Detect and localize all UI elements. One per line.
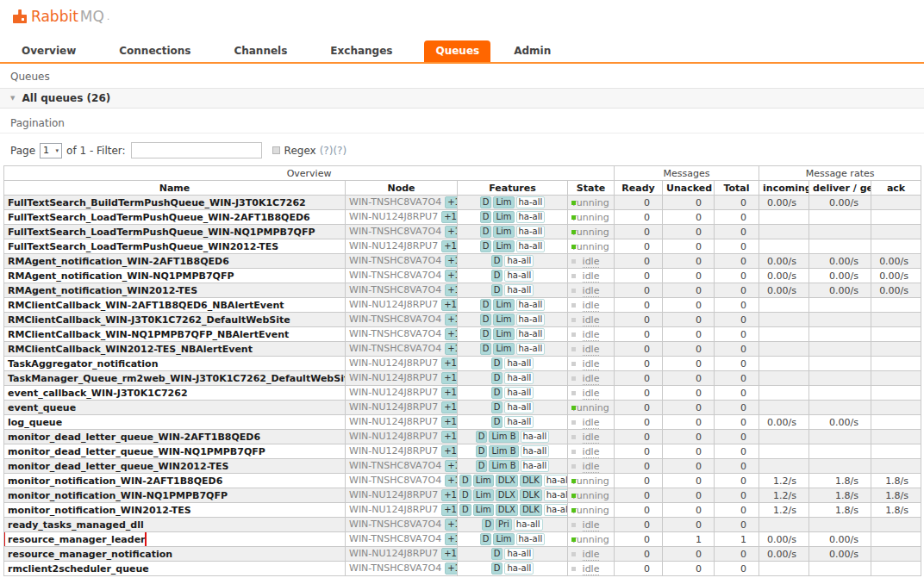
policy-badge: ha-all [504,357,534,370]
column-header-state[interactable]: State [568,181,615,196]
queue-name: RMClientCallback_WIN-2AFT1B8QED6_NBAlert… [8,300,284,311]
tab-queues[interactable]: Queues [424,40,490,62]
queue-name-cell[interactable]: TaskAggregator_notification [4,357,346,371]
policy-badge: ha-all [504,401,534,413]
queue-name-cell[interactable]: RMAgent_notification_WIN2012-TES [4,283,346,298]
queue-name-cell[interactable]: TaskManager_Queue_rm2web_WIN-J3T0K1C7262… [4,371,346,386]
queue-name-cell[interactable]: monitor_notification_WIN2012-TES [4,503,346,518]
queue-name-cell[interactable]: RMAgent_notification_WIN-2AFT1B8QED6 [4,254,346,269]
column-header-name[interactable]: Name [4,181,346,196]
incoming-value: 1.2/s [759,474,809,488]
queue-name: event_queue [8,402,76,413]
queue-name: RMClientCallback_WIN-J3T0K1C7262_Default… [8,314,290,326]
queue-name-cell[interactable]: RMClientCallback_WIN-J3T0K1C7262_Default… [4,313,346,327]
queue-name-cell[interactable]: resource_manager_leader [4,532,346,547]
ready-value: 0 [615,342,663,357]
state-text: idle [583,256,600,268]
tab-channels[interactable]: Channels [222,40,298,62]
state-text: running [572,475,609,487]
queue-name: resource_manager_notification [8,549,172,560]
queue-name-cell[interactable]: FullTextSearch_LoadTermPushQueue_WIN-NQ1… [4,225,346,239]
regex-checkbox[interactable] [272,146,280,154]
deliver-get-value [809,459,871,474]
column-header-ready[interactable]: Ready [615,181,663,196]
queue-name-cell[interactable]: ready_tasks_managed_dll [4,518,346,532]
deliver-get-value [809,562,871,576]
queue-name-cell[interactable]: event_callback_WIN-J3T0K1C7262 [4,386,346,401]
ready-value: 0 [615,283,663,298]
of-filter-label: of 1 - Filter: [66,145,126,157]
state-cell: idle [568,386,615,401]
queue-name-cell[interactable]: FullTextSearch_LoadTermPushQueue_WIN2012… [4,239,346,254]
queue-name-cell[interactable]: monitor_dead_letter_queue_WIN-NQ1PMPB7QF… [4,444,346,459]
queue-name-cell[interactable]: monitor_dead_letter_queue_WIN2012-TES [4,459,346,474]
tab-overview[interactable]: Overview [10,40,87,62]
ready-value: 0 [615,474,663,488]
column-header-total[interactable]: Total [715,181,759,196]
rabbitmq-logo[interactable]: RabbitMQ. [12,8,924,25]
unacked-value: 0 [663,444,715,459]
node-name: WIN-NU124J8RPU7 [349,401,438,413]
queue-name-cell[interactable]: FullTextSearch_LoadTermPushQueue_WIN-2AF… [4,210,346,225]
column-header-deliver-get[interactable]: deliver / get [809,181,871,196]
tab-connections[interactable]: Connections [108,40,202,62]
queue-name-cell[interactable]: RMAgent_notification_WIN-NQ1PMPB7QFP [4,269,346,283]
state-cell: running [568,532,615,547]
queue-name-cell[interactable]: resource_manager_notification [4,547,346,562]
column-header-features[interactable]: Features [458,181,568,196]
incoming-value: 0.00/s [759,269,809,283]
total-value: 0 [715,239,759,254]
ready-value: 0 [615,503,663,518]
page-select[interactable]: 1 ▾ [40,143,62,158]
regex-label: Regex [284,145,316,157]
all-queues-section-header[interactable]: ▼ All queues (26) [0,88,924,109]
tab-admin[interactable]: Admin [503,40,562,62]
total-value: 0 [715,430,759,444]
state-cell: idle [568,342,615,357]
running-status-icon [571,508,576,513]
node-extra-badge: +1 [445,460,457,472]
incoming-value [759,518,809,532]
queue-name: event_callback_WIN-J3T0K1C7262 [8,388,188,399]
ack-value [871,386,921,401]
queue-name-cell[interactable]: monitor_notification_WIN-2AFT1B8QED6 [4,474,346,488]
node-extra-badge: +1 [441,445,457,457]
tab-exchanges[interactable]: Exchanges [319,40,403,62]
deliver-get-value: 1.8/s [809,503,871,518]
column-header-unacked[interactable]: Unacked [663,181,715,196]
queue-name-cell[interactable]: RMClientCallback_WIN-2AFT1B8QED6_NBAlert… [4,298,346,313]
ack-value [871,401,921,415]
state-cell: idle [568,254,615,269]
state-cell: idle [568,298,615,313]
state-text: idle [583,358,600,370]
column-header-node[interactable]: Node [346,181,458,196]
state-text: idle [583,461,600,473]
column-header-incoming[interactable]: incoming [759,181,809,196]
state-cell: idle [568,547,615,562]
table-row: FullTextSearch_LoadTermPushQueue_WIN2012… [4,239,921,254]
queue-name-cell[interactable]: rmclient2scheduler_queue [4,562,346,576]
node-name: WIN-TNSHC8VA7O4 [349,255,441,266]
feature-badge-lim: Lim [493,343,514,355]
table-row: RMAgent_notification_WIN-2AFT1B8QED6WIN-… [4,254,921,269]
queue-name-cell[interactable]: event_queue [4,401,346,415]
queue-name-cell[interactable]: log_queue [4,415,346,430]
queue-name-cell[interactable]: FullTextSearch_BuildTermPushQueue_WIN-J3… [4,196,346,210]
ack-value: 0.00/s [871,254,921,269]
node-cell: WIN-NU124J8RPU7+1 [346,444,458,459]
queue-name-cell[interactable]: RMClientCallback_WIN-NQ1PMPB7QFP_NBAlert… [4,327,346,342]
ack-value [871,342,921,357]
queue-name-cell[interactable]: monitor_notification_WIN-NQ1PMPB7QFP [4,488,346,503]
table-row: event_callback_WIN-J3T0K1C7262WIN-NU124J… [4,386,921,401]
column-header-ack[interactable]: ack [871,181,921,196]
feature-badge-dlk: DLK [520,504,542,516]
state-cell: running [568,488,615,503]
deliver-get-value [809,298,871,313]
total-value: 0 [715,474,759,488]
node-cell: WIN-TNSHC8VA7O4+1 [346,225,458,239]
regex-help-links[interactable]: (?)(?) [320,145,346,157]
state-text: idle [583,432,600,444]
queue-name-cell[interactable]: RMClientCallback_WIN2012-TES_NBAlertEven… [4,342,346,357]
filter-input[interactable] [131,142,262,158]
queue-name-cell[interactable]: monitor_dead_letter_queue_WIN-2AFT1B8QED… [4,430,346,444]
